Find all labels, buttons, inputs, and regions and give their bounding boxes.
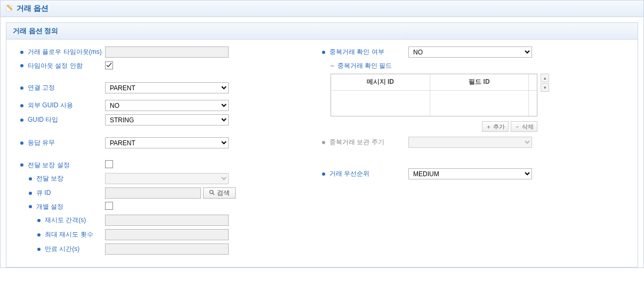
select-connection-fix[interactable]: PARENT: [105, 82, 229, 93]
dup-field-table: 메시지 ID 필드 ID: [331, 74, 537, 116]
dup-field-table-wrap: 메시지 ID 필드 ID: [331, 74, 537, 116]
svg-point-1: [210, 190, 213, 193]
label-response-yn: 응답 유무: [28, 138, 55, 147]
label-expire-time: 만료 시간(s): [45, 245, 79, 254]
scroll-up-button[interactable]: ▴: [541, 74, 549, 82]
edit-icon: [6, 4, 13, 13]
select-dup-keep-cycle[interactable]: [408, 137, 532, 148]
bullet-icon: [29, 192, 32, 195]
search-icon: [209, 190, 215, 197]
label-delivery-guarantee-setting: 전달 보장 설정: [28, 161, 70, 170]
right-column: 중복거래 확인 여부 NO –중복거래 확인 필드 메시지 ID: [322, 45, 632, 256]
input-flow-timeout[interactable]: [105, 46, 229, 58]
delete-button[interactable]: － 삭제: [511, 121, 537, 132]
checkbox-individual-setting[interactable]: [105, 202, 113, 210]
select-dup-check-yn[interactable]: NO: [408, 46, 532, 58]
input-expire-time[interactable]: [105, 243, 229, 255]
bullet-icon: [29, 177, 32, 180]
svg-line-2: [213, 193, 214, 195]
label-timeout-disable: 타임아웃 설정 안함: [28, 61, 83, 70]
bullet-icon: [20, 104, 23, 107]
select-external-guid[interactable]: NO: [105, 100, 229, 111]
label-individual-setting: 개별 설정: [36, 202, 63, 211]
bullet-icon: [20, 64, 23, 67]
select-response-yn[interactable]: PARENT: [105, 137, 229, 148]
select-tx-priority[interactable]: MEDIUM: [408, 168, 532, 179]
th-field-id: 필드 ID: [430, 74, 528, 90]
dup-field-table-area: 메시지 ID 필드 ID: [331, 74, 549, 116]
bullet-icon: [20, 119, 23, 122]
search-button[interactable]: 검색: [203, 187, 236, 199]
label-queue-id: 큐 ID: [36, 188, 51, 198]
select-guid-type[interactable]: STRING: [105, 114, 229, 125]
scroll-buttons: ▴ ▾: [541, 74, 549, 93]
label-connection-fix: 연결 고정: [28, 83, 55, 92]
bullet-icon: [20, 51, 23, 54]
bullet-icon: [37, 233, 41, 237]
add-button[interactable]: ＋ 추가: [482, 121, 509, 132]
label-external-guid: 외부 GUID 사용: [28, 101, 73, 110]
input-queue-id[interactable]: [105, 187, 201, 199]
label-dup-check-yn: 중복거래 확인 여부: [329, 48, 384, 57]
dash-icon: –: [331, 62, 334, 69]
panel-header: 거래 옵션: [1, 1, 643, 17]
label-guid-type: GUID 타입: [28, 115, 58, 124]
section-header: 거래 옵션 정의: [6, 23, 638, 40]
bullet-icon: [20, 141, 23, 145]
minus-icon: －: [514, 123, 520, 131]
input-retry-interval[interactable]: [105, 215, 229, 226]
bullet-icon: [29, 205, 32, 208]
bullet-icon: [37, 248, 41, 251]
scroll-down-button[interactable]: ▾: [541, 83, 549, 92]
bullet-icon: [322, 172, 325, 176]
table-row[interactable]: [331, 103, 537, 116]
th-message-id: 메시지 ID: [331, 74, 430, 90]
th-blank: [529, 74, 537, 90]
checkbox-delivery-guarantee-setting[interactable]: [105, 160, 113, 168]
bullet-icon: [20, 163, 23, 167]
plus-icon: ＋: [486, 123, 492, 131]
label-retry-interval: 재시도 간격(s): [45, 216, 86, 225]
label-max-retry-count: 최대 재시도 횟수: [45, 230, 93, 239]
table-buttons: ＋ 추가 － 삭제: [331, 121, 537, 132]
bullet-icon: [37, 219, 41, 222]
bullet-icon: [322, 51, 325, 54]
panel-title: 거래 옵션: [17, 4, 49, 13]
label-delivery-guarantee: 전달 보장: [36, 174, 63, 183]
input-max-retry-count[interactable]: [105, 229, 229, 240]
section-body: 거래 플로우 타임아웃(ms) 타임아웃 설정 안함 연결 고정 PARENT: [6, 40, 638, 267]
left-column: 거래 플로우 타임아웃(ms) 타임아웃 설정 안함 연결 고정 PARENT: [12, 45, 322, 256]
label-tx-priority: 거래 우선순위: [329, 169, 369, 178]
label-flow-timeout: 거래 플로우 타임아웃(ms): [28, 48, 102, 57]
checkbox-timeout-disable[interactable]: [105, 61, 113, 69]
select-delivery-guarantee[interactable]: [105, 173, 229, 184]
bullet-icon: [322, 141, 325, 144]
bullet-icon: [20, 86, 23, 90]
table-row[interactable]: [331, 90, 537, 103]
section-tx-option-def: 거래 옵션 정의 거래 플로우 타임아웃(ms) 타임아웃 설정 안함: [6, 22, 638, 267]
panel-transaction-options: 거래 옵션 거래 옵션 정의 거래 플로우 타임아웃(ms) 타임아웃 설정 안…: [0, 0, 644, 268]
label-dup-keep-cycle: 중복거래 보관 주기: [329, 138, 384, 147]
label-dup-check-field: 중복거래 확인 필드: [337, 61, 392, 70]
